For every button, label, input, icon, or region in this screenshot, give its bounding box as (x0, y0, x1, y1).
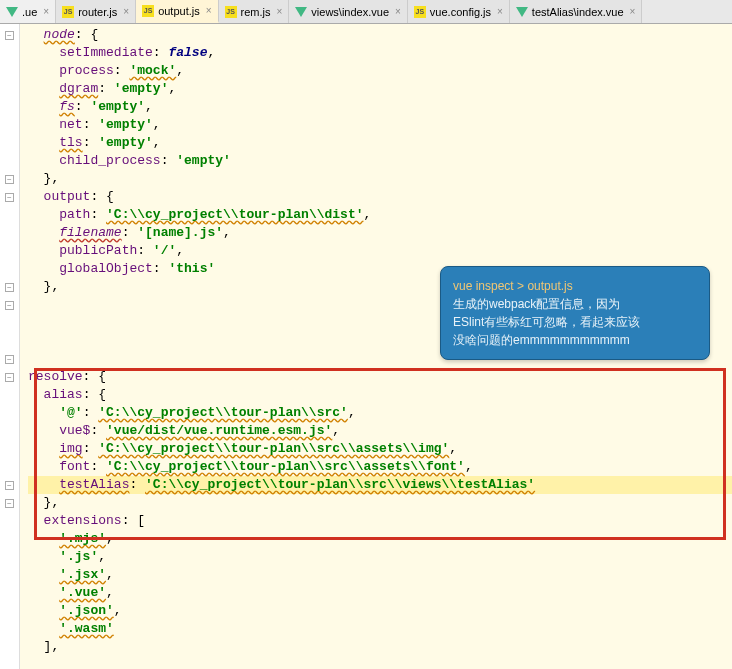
fold-icon[interactable]: − (5, 355, 14, 364)
tab-router[interactable]: JS router.js × (56, 0, 136, 23)
tab-bar: .ue × JS router.js × JS output.js × JS r… (0, 0, 732, 24)
close-icon[interactable]: × (206, 5, 212, 16)
tab-label: views\index.vue (311, 6, 389, 18)
gutter: − − − − − − − − − (0, 24, 20, 669)
fold-icon[interactable]: − (5, 499, 14, 508)
fold-icon[interactable]: − (5, 301, 14, 310)
vue-icon (6, 7, 18, 17)
tab-label: testAlias\index.vue (532, 6, 624, 18)
tab-views-index[interactable]: views\index.vue × (289, 0, 408, 23)
callout-line: 没啥问题的emmmmmmmmmmm (453, 331, 697, 349)
close-icon[interactable]: × (277, 6, 283, 17)
js-icon: JS (225, 6, 237, 18)
tab-label: router.js (78, 6, 117, 18)
js-icon: JS (414, 6, 426, 18)
close-icon[interactable]: × (497, 6, 503, 17)
vue-icon (516, 7, 528, 17)
tab-partial[interactable]: .ue × (0, 0, 56, 23)
tab-label: rem.js (241, 6, 271, 18)
fold-icon[interactable]: − (5, 481, 14, 490)
callout-line: ESlint有些标红可忽略，看起来应该 (453, 313, 697, 331)
callout-line: 生成的webpack配置信息，因为 (453, 295, 697, 313)
tab-testalias-index[interactable]: testAlias\index.vue × (510, 0, 643, 23)
fold-icon[interactable]: − (5, 283, 14, 292)
tab-output[interactable]: JS output.js × (136, 0, 218, 23)
js-icon: JS (142, 5, 154, 17)
close-icon[interactable]: × (395, 6, 401, 17)
code-area[interactable]: node: { setImmediate: false, process: 'm… (20, 24, 732, 669)
fold-icon[interactable]: − (5, 373, 14, 382)
tab-label: vue.config.js (430, 6, 491, 18)
callout-cmd: vue inspect > output.js (453, 277, 697, 295)
tab-rem[interactable]: JS rem.js × (219, 0, 290, 23)
tab-vue-config[interactable]: JS vue.config.js × (408, 0, 510, 23)
tab-label: .ue (22, 6, 37, 18)
fold-icon[interactable]: − (5, 31, 14, 40)
close-icon[interactable]: × (43, 6, 49, 17)
fold-icon[interactable]: − (5, 193, 14, 202)
js-icon: JS (62, 6, 74, 18)
close-icon[interactable]: × (630, 6, 636, 17)
tab-label: output.js (158, 5, 200, 17)
close-icon[interactable]: × (123, 6, 129, 17)
editor: − − − − − − − − − node: { setImmediate: … (0, 24, 732, 669)
fold-icon[interactable]: − (5, 175, 14, 184)
annotation-callout: vue inspect > output.js 生成的webpack配置信息，因… (440, 266, 710, 360)
vue-icon (295, 7, 307, 17)
